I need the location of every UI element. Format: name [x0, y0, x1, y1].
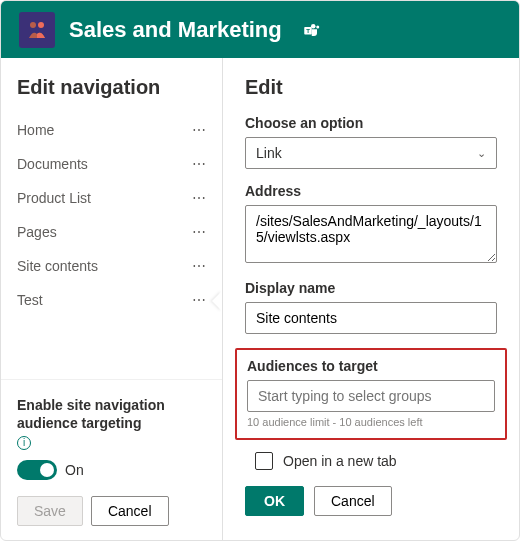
newtab-row: Open in a new tab — [255, 452, 497, 470]
option-field: Choose an option Link ⌄ — [245, 115, 497, 169]
edit-navigation-panel: Edit navigation Home⋯ Documents⋯ Product… — [1, 58, 223, 541]
audience-helper-text: 10 audience limit - 10 audiences left — [247, 416, 495, 428]
left-button-row: Save Cancel — [17, 496, 206, 526]
ok-button[interactable]: OK — [245, 486, 304, 516]
audience-field: Audiences to target 10 audience limit - … — [247, 358, 495, 428]
site-logo — [19, 12, 55, 48]
site-header: Sales and Marketing T — [1, 1, 519, 58]
svg-point-3 — [316, 25, 319, 28]
option-select[interactable]: Link ⌄ — [245, 137, 497, 169]
nav-item-test[interactable]: Test⋯ — [1, 283, 222, 317]
more-icon[interactable]: ⋯ — [192, 224, 206, 240]
nav-item-label: Documents — [17, 156, 88, 172]
teams-icon: T — [302, 21, 320, 39]
audience-label: Audiences to target — [247, 358, 495, 374]
more-icon[interactable]: ⋯ — [192, 258, 206, 274]
nav-item-label: Site contents — [17, 258, 98, 274]
site-title: Sales and Marketing — [69, 17, 282, 43]
option-value: Link — [256, 145, 282, 161]
nav-item-product-list[interactable]: Product List⋯ — [1, 181, 222, 215]
more-icon[interactable]: ⋯ — [192, 156, 206, 172]
more-icon[interactable]: ⋯ — [192, 292, 206, 308]
handshake-icon — [25, 18, 49, 42]
chevron-down-icon: ⌄ — [477, 147, 486, 160]
cancel-button-right[interactable]: Cancel — [314, 486, 392, 516]
address-label: Address — [245, 183, 497, 199]
toggle-row: On — [17, 460, 206, 480]
bottom-controls: Enable site navigation audience targetin… — [1, 379, 222, 541]
display-name-label: Display name — [245, 280, 497, 296]
nav-item-site-contents[interactable]: Site contents⋯ — [1, 249, 222, 283]
display-name-field: Display name — [245, 280, 497, 334]
nav-item-label: Home — [17, 122, 54, 138]
audience-toggle[interactable] — [17, 460, 57, 480]
edit-link-title: Edit — [245, 76, 497, 99]
nav-item-pages[interactable]: Pages⋯ — [1, 215, 222, 249]
callout-arrow-icon — [212, 291, 222, 311]
audience-input[interactable] — [247, 380, 495, 412]
nav-item-label: Pages — [17, 224, 57, 240]
edit-link-panel: Edit Choose an option Link ⌄ Address Dis… — [223, 58, 519, 541]
newtab-label: Open in a new tab — [283, 453, 397, 469]
nav-item-home[interactable]: Home⋯ — [1, 113, 222, 147]
newtab-checkbox[interactable] — [255, 452, 273, 470]
svg-point-1 — [38, 22, 44, 28]
more-icon[interactable]: ⋯ — [192, 190, 206, 206]
svg-text:T: T — [306, 28, 310, 34]
option-label: Choose an option — [245, 115, 497, 131]
svg-point-0 — [30, 22, 36, 28]
display-name-input[interactable] — [245, 302, 497, 334]
more-icon[interactable]: ⋯ — [192, 122, 206, 138]
action-row: OK Cancel — [245, 486, 497, 516]
nav-item-label: Product List — [17, 190, 91, 206]
edit-navigation-title: Edit navigation — [1, 58, 222, 113]
audience-highlight: Audiences to target 10 audience limit - … — [235, 348, 507, 440]
enable-audience-label: Enable site navigation audience targetin… — [17, 396, 206, 450]
nav-item-documents[interactable]: Documents⋯ — [1, 147, 222, 181]
address-field: Address — [245, 183, 497, 266]
info-icon[interactable]: i — [17, 436, 31, 450]
cancel-button-left[interactable]: Cancel — [91, 496, 169, 526]
nav-list: Home⋯ Documents⋯ Product List⋯ Pages⋯ Si… — [1, 113, 222, 379]
address-input[interactable] — [245, 205, 497, 263]
nav-item-label: Test — [17, 292, 43, 308]
toggle-state-label: On — [65, 462, 84, 478]
main-area: Edit navigation Home⋯ Documents⋯ Product… — [1, 58, 519, 541]
save-button: Save — [17, 496, 83, 526]
